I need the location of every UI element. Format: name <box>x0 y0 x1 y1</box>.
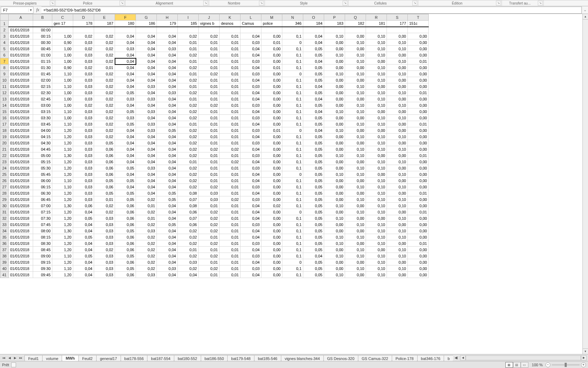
cell[interactable]: 0,02 <box>178 178 199 184</box>
cell[interactable]: 0,02 <box>94 96 115 102</box>
cell[interactable]: 1,10 <box>52 83 73 90</box>
formula-input[interactable]: ='bat180-552'!D9-'bat180-552'!D8 <box>41 7 582 14</box>
cell[interactable]: 0,05 <box>303 234 324 240</box>
cell[interactable]: 0,00 <box>324 96 345 102</box>
cell[interactable]: 0,01 <box>220 265 240 272</box>
row-header[interactable]: 36 <box>0 240 9 247</box>
cell[interactable]: 0,00 <box>261 265 282 272</box>
cell[interactable]: Camus <box>240 21 261 27</box>
cell[interactable]: 0,03 <box>94 259 115 265</box>
column-header[interactable]: J <box>199 14 220 21</box>
cell[interactable]: 0,10 <box>366 209 387 215</box>
cell[interactable]: 0,03 <box>240 115 261 121</box>
cell[interactable] <box>9 21 33 27</box>
cell[interactable]: 0,06 <box>115 215 136 221</box>
cell[interactable]: 0,03 <box>94 234 115 240</box>
cell[interactable]: 03:45 <box>33 121 52 127</box>
cell[interactable]: 0,04 <box>157 253 178 259</box>
cell[interactable]: 1,10 <box>52 265 73 272</box>
sheet-tab[interactable]: Police-178 <box>392 355 418 361</box>
cell[interactable]: 0,10 <box>366 121 387 127</box>
cell[interactable]: 0,04 <box>157 165 178 171</box>
cell[interactable]: 0,03 <box>136 108 157 115</box>
cell[interactable]: 0,02 <box>178 102 199 108</box>
cell[interactable]: 0,10 <box>366 240 387 247</box>
cell[interactable]: 0,00 <box>387 127 408 134</box>
cell[interactable]: 0,03 <box>178 259 199 265</box>
cell[interactable]: 0,00 <box>408 102 429 108</box>
cell[interactable] <box>324 27 345 33</box>
cell[interactable]: 0,10 <box>387 171 408 178</box>
cell[interactable]: 0,00 <box>366 58 387 65</box>
cell[interactable]: 0,05 <box>157 127 178 134</box>
cell[interactable]: 01/01/2018 <box>9 52 33 58</box>
cell[interactable]: 0,10 <box>324 215 345 221</box>
cell[interactable]: 0,10 <box>345 265 366 272</box>
cell[interactable]: 0,01 <box>199 96 220 102</box>
cell[interactable]: 1,20 <box>52 215 73 221</box>
cell[interactable]: 0,00 <box>387 52 408 58</box>
cell[interactable]: 0,10 <box>387 228 408 234</box>
cell[interactable]: 0,10 <box>387 146 408 152</box>
cell[interactable]: 0,10 <box>366 90 387 96</box>
row-header[interactable]: 33 <box>0 221 9 228</box>
cell[interactable]: 0,03 <box>240 83 261 90</box>
sheet-tab[interactable]: vignes blanches-344 <box>281 355 324 361</box>
sheet-tab[interactable]: bat185-546 <box>254 355 281 361</box>
cell[interactable]: 0,00 <box>261 228 282 234</box>
cell[interactable]: 0,02 <box>136 209 157 215</box>
cell[interactable]: 0,05 <box>303 272 324 278</box>
cell[interactable]: 0,04 <box>240 90 261 96</box>
cell[interactable]: 0,02 <box>178 253 199 259</box>
row-header[interactable]: 25 <box>0 171 9 178</box>
cell[interactable]: 0,03 <box>136 228 157 234</box>
cell[interactable]: 0,05 <box>303 115 324 121</box>
row-header[interactable]: 41 <box>0 272 9 278</box>
cell[interactable]: 09:30 <box>33 265 52 272</box>
cell[interactable]: 0,04 <box>136 171 157 178</box>
cell[interactable]: 0,06 <box>115 234 136 240</box>
cell[interactable]: 0,00 <box>261 52 282 58</box>
row-header[interactable]: 22 <box>0 152 9 159</box>
cell[interactable]: 0,00 <box>387 240 408 247</box>
cell[interactable]: 1,20 <box>52 134 73 140</box>
cell[interactable]: 1,20 <box>52 165 73 171</box>
cell[interactable]: 0,01 <box>199 259 220 265</box>
cell[interactable]: 0,03 <box>157 265 178 272</box>
row-header[interactable]: 17 <box>0 121 9 127</box>
cell[interactable]: 0,10 <box>345 184 366 190</box>
cell[interactable]: 0,10 <box>366 33 387 39</box>
cell[interactable]: 0,10 <box>366 65 387 71</box>
cell[interactable]: 0,04 <box>157 146 178 152</box>
cell[interactable]: 0,1 <box>282 46 303 52</box>
cell[interactable]: 0,04 <box>303 33 324 39</box>
cell[interactable]: 0,02 <box>178 77 199 83</box>
cell[interactable]: 0,1 <box>282 234 303 240</box>
cell[interactable]: 0,05 <box>303 190 324 196</box>
cell[interactable]: 0,00 <box>345 77 366 83</box>
cell[interactable]: 0,04 <box>157 102 178 108</box>
cell[interactable]: 0,00 <box>324 115 345 121</box>
cell[interactable]: 1,10 <box>52 184 73 190</box>
cell[interactable]: 0,10 <box>345 234 366 240</box>
cell[interactable]: 0,01 <box>199 39 220 46</box>
cell[interactable]: 0,04 <box>73 259 94 265</box>
cell[interactable]: 0,00 <box>261 221 282 228</box>
sheet-tabs-overflow[interactable]: ◀ <box>453 354 459 361</box>
cell[interactable]: 01:00 <box>33 52 52 58</box>
cell[interactable]: 0,00 <box>261 159 282 165</box>
cell[interactable] <box>220 27 240 33</box>
cell[interactable]: 08:45 <box>33 247 52 253</box>
cell[interactable]: 0,00 <box>387 178 408 184</box>
cell[interactable]: 0,04 <box>157 121 178 127</box>
column-header[interactable]: L <box>240 14 261 21</box>
cell[interactable]: 0,00 <box>408 134 429 140</box>
column-header[interactable]: Q <box>345 14 366 21</box>
cell[interactable]: 01/01/2018 <box>9 259 33 265</box>
cell[interactable]: 0,02 <box>178 240 199 247</box>
cell[interactable]: 0,01 <box>220 134 240 140</box>
cell[interactable]: 0,10 <box>366 165 387 171</box>
cell[interactable]: 0,04 <box>157 259 178 265</box>
cell[interactable]: 0,1 <box>282 115 303 121</box>
cell[interactable]: 0,08 <box>178 190 199 196</box>
